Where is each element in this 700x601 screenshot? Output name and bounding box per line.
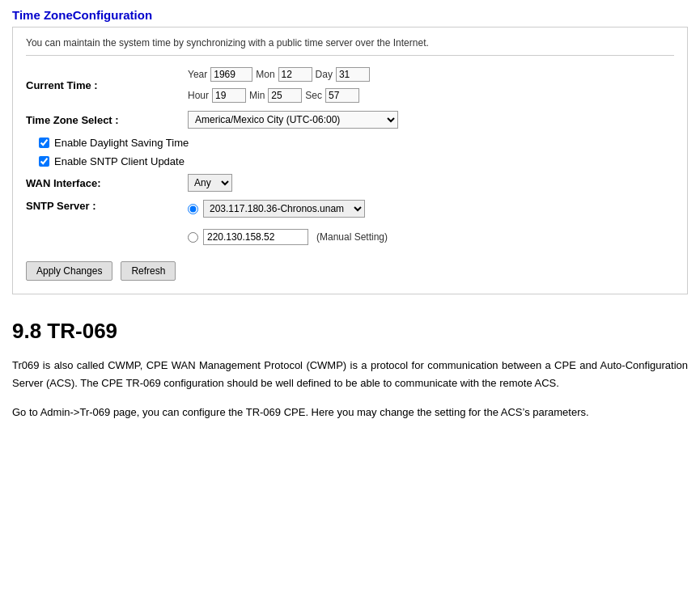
wan-interface-select[interactable]: Any WAN1 WAN2 <box>188 174 232 192</box>
current-time-row: Current Time : Year Mon Day Hour Min Sec <box>26 67 674 103</box>
apply-changes-button[interactable]: Apply Changes <box>26 261 112 281</box>
wan-interface-row: WAN Interface: Any WAN1 WAN2 <box>26 174 674 192</box>
daylight-saving-checkbox[interactable] <box>39 138 49 148</box>
current-time-label: Current Time : <box>26 79 188 91</box>
sntp-server-row: SNTP Server : 203.117.180.36-Chronos.una… <box>26 200 674 250</box>
timezone-select[interactable]: America/Mexico City (UTC-06:00) UTC Amer… <box>188 111 398 129</box>
time-group: Year Mon Day <box>188 67 370 82</box>
description: You can maintain the system time by sync… <box>26 37 674 56</box>
mon-label: Mon <box>256 69 274 80</box>
sntp-manual-row: (Manual Setting) <box>188 229 388 245</box>
current-time-controls: Year Mon Day Hour Min Sec <box>188 67 545 103</box>
wan-interface-label: WAN Interface: <box>26 177 188 189</box>
sntp-predefined-radio[interactable] <box>188 204 198 214</box>
sntp-manual-input[interactable] <box>203 229 308 245</box>
sntp-server-select[interactable]: 203.117.180.36-Chronos.unam pool.ntp.org… <box>203 200 365 218</box>
sntp-server-controls: 203.117.180.36-Chronos.unam pool.ntp.org… <box>188 200 388 250</box>
mon-input[interactable] <box>278 67 312 82</box>
year-input[interactable] <box>210 67 252 82</box>
button-row: Apply Changes Refresh <box>26 261 674 281</box>
manual-setting-label: (Manual Setting) <box>316 231 388 243</box>
page-title: Time ZoneConfiguration <box>12 8 688 22</box>
timezone-label: Time Zone Select : <box>26 114 188 126</box>
sntp-predefined-row: 203.117.180.36-Chronos.unam pool.ntp.org… <box>188 200 388 218</box>
day-label: Day <box>316 69 333 80</box>
hour-input[interactable] <box>212 88 246 103</box>
refresh-button[interactable]: Refresh <box>121 261 176 281</box>
section-938-title: 9.8 TR-069 <box>12 319 688 344</box>
daylight-saving-label: Enable Daylight Saving Time <box>54 137 189 149</box>
sntp-client-row: Enable SNTP Client Update <box>39 155 674 167</box>
sntp-client-label: Enable SNTP Client Update <box>54 155 185 167</box>
day-input[interactable] <box>336 67 370 82</box>
year-label: Year <box>188 69 207 80</box>
hour-label: Hour <box>188 90 209 101</box>
min-input[interactable] <box>268 88 302 103</box>
section-938-para2: Go to Admin->Tr-069 page, you can config… <box>12 404 688 421</box>
min-label: Min <box>249 90 265 101</box>
sntp-client-checkbox[interactable] <box>39 156 49 167</box>
daylight-saving-row: Enable Daylight Saving Time <box>39 137 674 149</box>
sec-label: Sec <box>305 90 322 101</box>
section-938-body: Tr069 is also called CWMP, CPE WAN Manag… <box>12 357 688 421</box>
section-938: 9.8 TR-069 Tr069 is also called CWMP, CP… <box>12 319 688 421</box>
sntp-server-label: SNTP Server : <box>26 200 188 212</box>
sec-input[interactable] <box>325 88 359 103</box>
section-box: You can maintain the system time by sync… <box>12 27 688 294</box>
timezone-controls: America/Mexico City (UTC-06:00) UTC Amer… <box>188 111 398 129</box>
section-938-para1: Tr069 is also called CWMP, CPE WAN Manag… <box>12 357 688 392</box>
wan-interface-controls: Any WAN1 WAN2 <box>188 174 232 192</box>
timezone-row: Time Zone Select : America/Mexico City (… <box>26 111 674 129</box>
sntp-manual-radio[interactable] <box>188 232 198 243</box>
time-group-2: Hour Min Sec <box>188 88 545 103</box>
